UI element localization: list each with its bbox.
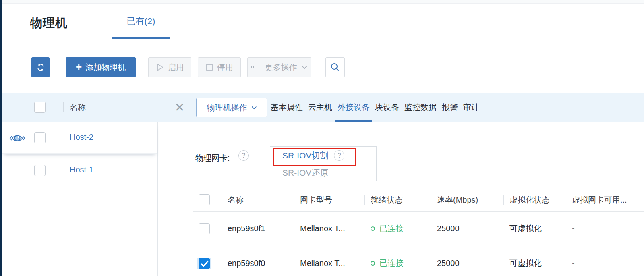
- list-and-detail-header-band: 名称 ✕ 物理机操作 基本属性 云主机 外接设备 块设备 监控数据 报警 审计: [2, 93, 644, 122]
- nic-actions-dropdown-menu: SR-IOV切割 ? SR-IOV还原: [270, 146, 377, 181]
- chevron-down-icon: [301, 65, 308, 69]
- tab-label: 监控数据: [404, 102, 437, 113]
- column-divider: [63, 102, 64, 112]
- nic-status: 已连接: [364, 223, 431, 234]
- toolbar: + 添加物理机 启用 停用 更多操作: [2, 39, 644, 93]
- detail-tabs: 基本属性 云主机 外接设备 块设备 监控数据 报警 审计: [271, 93, 479, 122]
- col-header-vnic-available: 虚拟网卡可用...: [566, 195, 644, 205]
- tab-label: 基本属性: [271, 102, 303, 113]
- tab-monitoring-data[interactable]: 监控数据: [404, 93, 437, 122]
- nic-status: 已连接: [364, 258, 431, 269]
- col-header-speed: 速率(Mbps): [431, 195, 503, 205]
- host-row-host-1[interactable]: Host-1: [2, 155, 157, 186]
- refresh-icon: [35, 62, 46, 73]
- nic-vnic-available: -: [566, 259, 644, 268]
- nic-virtualization: 可虚拟化: [503, 258, 566, 269]
- nic-model: Mellanox T...: [294, 224, 364, 233]
- tab-external-devices[interactable]: 外接设备: [338, 93, 370, 122]
- host-list-panel: Host-2 Host-1: [2, 122, 158, 276]
- tab-vm-instances[interactable]: 云主机: [308, 93, 332, 122]
- nic-name: enp59s0f1: [222, 224, 294, 233]
- host-2-checkbox[interactable]: [34, 132, 46, 143]
- tab-label: 云主机: [308, 102, 332, 113]
- close-detail-icon[interactable]: ✕: [172, 100, 187, 114]
- tab-label: 外接设备: [338, 102, 370, 113]
- enable-button[interactable]: 启用: [148, 57, 191, 77]
- play-icon: [155, 62, 164, 72]
- col-header-status: 就绪状态: [364, 195, 431, 205]
- nic-speed: 25000: [431, 259, 503, 268]
- nic-speed: 25000: [431, 224, 503, 233]
- status-text: 已连接: [379, 223, 404, 234]
- nic-row-enp59s0f1[interactable]: enp59s0f1 Mellanox T... 已连接 25000 可虚拟化 -: [193, 211, 644, 246]
- host-row-host-2[interactable]: Host-2: [2, 122, 157, 154]
- add-host-button[interactable]: + 添加物理机: [66, 57, 136, 77]
- add-host-label: 添加物理机: [85, 62, 126, 73]
- page-header: 物理机 已有(2): [2, 4, 644, 39]
- enable-label: 启用: [168, 62, 184, 73]
- status-dot-icon: [371, 261, 375, 266]
- status-text: 已连接: [379, 258, 404, 269]
- host-1-checkbox[interactable]: [34, 165, 46, 176]
- select-all-hosts-checkbox[interactable]: [34, 102, 46, 113]
- page-title: 物理机: [30, 15, 68, 31]
- col-header-name: 名称: [222, 195, 294, 205]
- tab-label: 块设备: [375, 102, 399, 113]
- sidebar-edge-strip: [0, 0, 2, 276]
- stop-label: 停用: [217, 62, 233, 73]
- plus-icon: +: [76, 62, 82, 72]
- nic-name: enp59s0f0: [222, 259, 294, 268]
- chevron-down-icon: [251, 106, 257, 110]
- host-name-column-header: 名称: [70, 102, 86, 113]
- menu-item-sriov-restore[interactable]: SR-IOV还原: [270, 164, 376, 181]
- nic-table-header: 名称 网卡型号 就绪状态 速率(Mbps) 虚拟化状态 虚拟网卡可用...: [193, 189, 644, 211]
- host-2-name-link[interactable]: Host-2: [70, 133, 93, 142]
- sriov-cut-label: SR-IOV切割: [282, 150, 328, 161]
- status-dot-icon: [371, 226, 375, 231]
- more-actions-button[interactable]: 更多操作: [247, 57, 311, 77]
- nic-enp59s0f1-checkbox[interactable]: [199, 223, 210, 234]
- top-strip: [0, 0, 644, 4]
- nic-table: 名称 网卡型号 就绪状态 速率(Mbps) 虚拟化状态 虚拟网卡可用... en…: [193, 189, 644, 276]
- tab-existing-hosts[interactable]: 已有(2): [112, 4, 170, 39]
- menu-item-sriov-cut[interactable]: SR-IOV切割 ?: [270, 147, 376, 164]
- tab-block-devices[interactable]: 块设备: [375, 93, 399, 122]
- search-button[interactable]: [325, 57, 345, 77]
- search-icon: [330, 62, 340, 73]
- nic-row-enp59s0f0[interactable]: enp59s0f0 Mellanox T... 已连接 25000 可虚拟化 -: [193, 246, 644, 276]
- nic-enp59s0f0-checkbox[interactable]: [199, 258, 210, 269]
- nic-virtualization: 可虚拟化: [503, 223, 566, 234]
- stop-button[interactable]: 停用: [198, 57, 241, 77]
- tab-existing-label: 已有(2): [127, 15, 155, 27]
- tab-label: 报警: [442, 102, 458, 113]
- col-header-model: 网卡型号: [294, 195, 364, 205]
- tab-alarms[interactable]: 报警: [442, 93, 458, 122]
- sriov-cut-help-icon[interactable]: ?: [334, 150, 344, 161]
- refresh-button[interactable]: [31, 57, 50, 77]
- tab-basic-properties[interactable]: 基本属性: [271, 93, 303, 122]
- physical-nic-label: 物理网卡:: [195, 153, 230, 164]
- nic-model: Mellanox T...: [294, 259, 364, 268]
- sriov-restore-label: SR-IOV还原: [282, 167, 328, 178]
- viewing-eye-icon: [9, 133, 25, 144]
- physical-machine-page: 物理机 已有(2) + 添加物理机: [0, 0, 644, 276]
- stop-square-icon: [205, 63, 213, 71]
- nic-help-icon[interactable]: ?: [238, 150, 249, 161]
- nic-vnic-available: -: [566, 224, 644, 233]
- col-header-virtualization: 虚拟化状态: [503, 195, 566, 205]
- more-actions-icon: [251, 66, 261, 68]
- tab-audit[interactable]: 审计: [463, 93, 479, 122]
- select-all-nics-checkbox[interactable]: [199, 194, 210, 205]
- active-tab-underline: [335, 120, 372, 122]
- host-1-name-link[interactable]: Host-1: [70, 165, 93, 174]
- host-actions-dropdown-button[interactable]: 物理机操作: [196, 98, 267, 117]
- tab-label: 审计: [463, 102, 479, 113]
- more-actions-label: 更多操作: [265, 62, 297, 73]
- host-actions-label: 物理机操作: [207, 102, 247, 113]
